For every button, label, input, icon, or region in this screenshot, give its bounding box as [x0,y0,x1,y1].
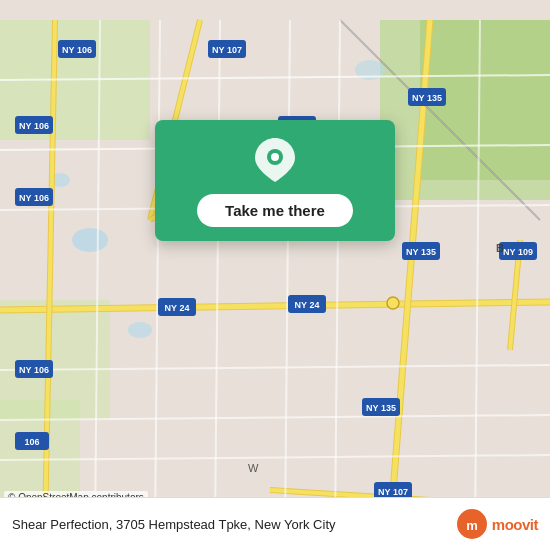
location-pin [253,138,297,182]
svg-point-6 [72,228,108,252]
popup-card: Take me there [155,120,395,241]
take-me-there-button[interactable]: Take me there [197,194,353,227]
svg-text:NY 107: NY 107 [212,45,242,55]
svg-text:NY 106: NY 106 [19,365,49,375]
svg-point-71 [271,153,279,161]
moovit-icon: m [456,508,488,540]
svg-point-7 [128,322,152,338]
svg-text:NY 106: NY 106 [19,121,49,131]
moovit-label: moovit [492,516,538,533]
svg-text:NY 24: NY 24 [295,300,320,310]
svg-text:NY 107: NY 107 [378,487,408,497]
bottom-bar: Shear Perfection, 3705 Hempstead Tpke, N… [0,497,550,550]
svg-text:NY 109: NY 109 [503,247,533,257]
svg-text:106: 106 [24,437,39,447]
svg-text:NY 135: NY 135 [406,247,436,257]
svg-text:NY 106: NY 106 [19,193,49,203]
svg-text:NY 135: NY 135 [412,93,442,103]
svg-text:NY 135: NY 135 [366,403,396,413]
map-svg: NY 106 NY 107 NY 106 NY 107 NY 135 NY 10… [0,0,550,550]
moovit-logo: m moovit [456,508,538,540]
map-container: NY 106 NY 107 NY 106 NY 107 NY 135 NY 10… [0,0,550,550]
svg-text:m: m [466,518,478,533]
svg-point-69 [387,297,399,309]
svg-text:NY 106: NY 106 [62,45,92,55]
address-text: Shear Perfection, 3705 Hempstead Tpke, N… [12,517,456,532]
svg-text:B: B [496,242,504,254]
svg-text:NY 24: NY 24 [165,303,190,313]
svg-text:W: W [248,462,259,474]
